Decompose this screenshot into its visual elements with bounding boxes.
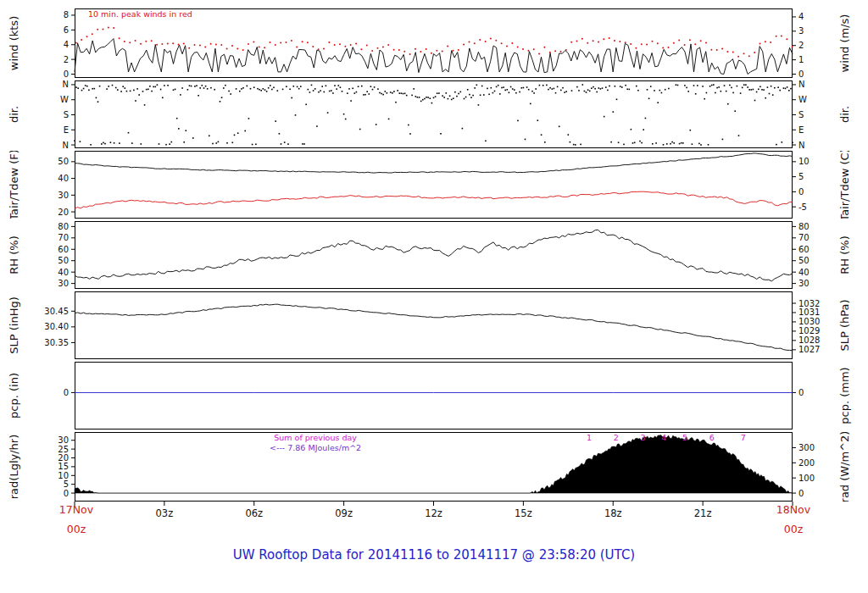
peak_wind-dot — [641, 43, 643, 45]
wind_direction-dot — [496, 86, 498, 88]
peak_wind-dot — [447, 46, 448, 47]
peak_wind-dot — [609, 37, 610, 39]
wind_direction-dot — [427, 97, 429, 98]
wind_direction-dot — [765, 97, 766, 99]
wind_direction-dot — [187, 89, 189, 91]
wind_direction-dot — [695, 93, 697, 95]
wind_direction-dot — [721, 91, 722, 92]
x-end-hour: 00z — [764, 523, 823, 535]
wind_direction-dot — [114, 142, 115, 144]
wind_direction-dot — [718, 86, 720, 88]
wind_direction-dot — [108, 86, 109, 87]
peak_wind-dot — [635, 47, 637, 49]
peak_wind-dot — [312, 46, 314, 47]
left-tick-label: N — [63, 80, 69, 89]
peak_wind-dot — [355, 43, 357, 45]
wind_direction-dot — [555, 92, 557, 94]
wind_direction-dot — [144, 104, 146, 106]
hour-sum-mark: 4 — [661, 433, 666, 442]
wind_direction-dot — [115, 87, 117, 89]
wind_direction-dot — [460, 91, 462, 93]
wind_direction-dot — [329, 91, 331, 92]
wind_direction-dot — [788, 90, 790, 91]
wind_direction-dot — [769, 93, 771, 95]
wind_direction-dot — [153, 86, 154, 88]
wind_direction-dot — [212, 143, 214, 145]
wind_direction-dot — [711, 85, 713, 86]
left-tick-label: 40 — [58, 268, 69, 277]
wind_direction-dot — [223, 87, 225, 89]
wind_direction-dot — [141, 143, 142, 145]
peak_wind-dot — [242, 49, 244, 51]
wind_direction-dot — [648, 98, 650, 100]
wind_direction-dot — [257, 88, 259, 90]
peak_wind-dot — [135, 40, 136, 42]
wind_direction-dot — [774, 87, 776, 89]
peak_wind-dot — [420, 51, 421, 53]
wind_direction-dot — [761, 89, 763, 91]
wind_direction-dot — [659, 90, 661, 91]
wind_direction-dot — [203, 87, 205, 89]
wind_direction-dot — [677, 85, 679, 86]
peak_wind-dot — [576, 41, 578, 42]
peak_wind-dot — [307, 42, 309, 43]
wind_direction-dot — [80, 141, 81, 142]
wind_direction-dot — [151, 91, 153, 92]
wind_direction-dot — [552, 88, 554, 90]
wind_direction-dot — [413, 88, 415, 90]
wind_direction-dot — [220, 101, 221, 103]
wind_direction-dot — [737, 86, 738, 87]
wind_direction-dot — [753, 89, 754, 91]
wind_direction-dot — [629, 89, 631, 91]
wind_direction-dot — [437, 92, 438, 94]
wind_direction-dot — [94, 88, 96, 90]
peak_wind-dot — [754, 52, 755, 53]
wind_direction-dot — [732, 92, 734, 94]
axis-title-left-temp: Tair/Tdew (F) — [8, 151, 20, 219]
wind_direction-dot — [180, 94, 181, 96]
wind_direction-dot — [302, 143, 303, 145]
wind_direction-dot — [641, 142, 643, 144]
wind_direction-dot — [273, 87, 275, 89]
wind_direction-dot — [584, 91, 586, 92]
peak_wind-dot — [145, 41, 147, 42]
peak_wind-dot — [490, 37, 492, 39]
peak_wind-dot — [103, 29, 104, 30]
wind_direction-dot — [483, 94, 485, 96]
wind_direction-dot — [507, 89, 509, 91]
wind_direction-dot — [687, 91, 689, 92]
wind_direction-dot — [454, 91, 456, 93]
peak_wind-dot — [183, 42, 185, 44]
peak_wind-dot — [565, 49, 567, 51]
panel-frame — [75, 363, 793, 430]
peak_wind-dot — [270, 42, 271, 43]
peak_wind-dot — [538, 53, 540, 55]
wind_direction-dot — [382, 94, 384, 96]
peak_wind-dot — [603, 38, 604, 40]
wind_direction-dot — [198, 95, 199, 97]
wind_direction-dot — [112, 85, 114, 86]
wind_direction-dot — [562, 87, 564, 89]
wind_direction-dot — [458, 93, 459, 95]
wind_direction-dot — [266, 91, 268, 92]
wind_speed — [75, 39, 793, 75]
wind_direction-dot — [575, 144, 576, 146]
sea_level_pressure — [75, 304, 793, 351]
axis-title-right-rad: rad (W/m^2) — [838, 432, 851, 502]
wind_direction-dot — [260, 90, 262, 91]
wind_direction-dot — [587, 89, 589, 91]
peak_wind-dot — [517, 46, 519, 47]
wind_direction-dot — [225, 85, 226, 86]
left-tick-label: E — [64, 125, 69, 135]
right-tick-label: 80 — [798, 222, 810, 231]
wind_direction-dot — [618, 142, 620, 144]
wind_direction-dot — [777, 86, 779, 88]
peak_wind-dot — [485, 41, 487, 42]
wind_direction-dot — [582, 84, 584, 86]
wind_direction-dot — [792, 142, 793, 144]
peak_wind-dot — [275, 44, 276, 46]
wind_direction-dot — [666, 143, 668, 145]
wind_direction-dot — [738, 135, 740, 136]
left-tick-label: 5 — [64, 479, 69, 489]
wind_direction-dot — [763, 89, 765, 91]
